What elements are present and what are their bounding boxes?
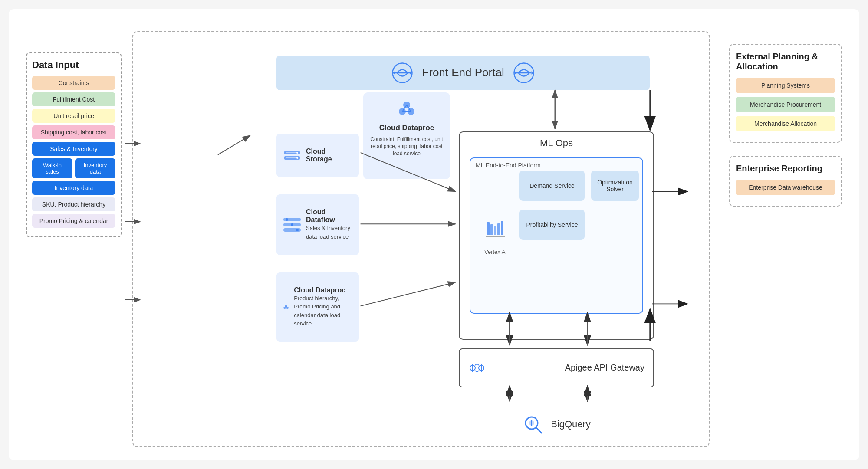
cloud-dataproc-bottom-text: Cloud Dataproc Product hierarchy, Promo … [294,286,353,328]
sync-icon-left [391,62,413,84]
cloud-storage-icon [283,146,302,165]
demand-service-label: Demand Service [529,182,575,189]
svg-line-50 [361,282,456,306]
cloud-storage-label: Cloud Storage [306,148,353,163]
cloud-dataproc-top-box: Cloud Dataproc Constraint, Fulfillment c… [363,92,450,179]
cloud-dataflow-text: Cloud Dataflow Sales & Inventory data lo… [306,208,353,240]
cloud-dataproc-top-desc: Constraint, Fulfillment cost, unit retai… [369,136,444,157]
svg-rect-36 [501,221,503,235]
profit-service-label: Profitability Service [526,221,578,228]
apigee-box: Apigee API Gateway [459,348,654,387]
merchandise-allocation-item: Merchandise Allocation [736,116,835,131]
svg-line-43 [536,427,542,433]
main-container: Data Input Constraints Fulfillment Cost … [9,9,859,460]
input-fulfillment: Fulfillment Cost [32,92,115,106]
external-planning-title: External Planning & Allocation [736,52,835,72]
profit-service-box: Profitability Service [519,210,585,240]
svg-point-13 [296,157,298,159]
apigee-icon [468,359,486,377]
cloud-dataflow-icon [283,215,302,234]
cloud-dataproc-bottom-label: Cloud Dataproc [294,286,345,294]
cloud-dataproc-bottom-box: Cloud Dataproc Product hierarchy, Promo … [276,272,359,342]
input-inventory-data: Inventory data [32,181,115,195]
front-end-portal-label: Front End Portal [422,66,504,79]
vertex-ai-label: Vertex AI [484,249,507,255]
ml-ops-title: ML Ops [460,132,653,154]
opt-solver-box: Optimizati on Solver [591,171,639,201]
svg-point-24 [291,223,293,226]
input-unit-retail: Unit retail price [32,109,115,123]
vertex-ai-icon [485,220,506,246]
svg-point-12 [296,152,298,154]
apigee-label: Apigee API Gateway [565,363,644,373]
cloud-dataflow-label: Cloud Dataflow [306,208,335,223]
demand-service-box: Demand Service [519,171,585,201]
input-constraints: Constraints [32,76,115,90]
ml-e2e-title: ML End-to-End Platform [470,158,642,172]
svg-rect-35 [497,223,500,235]
cloud-dataproc-icon [396,98,418,120]
input-inventory-data-row: Inventory data [75,158,115,178]
enterprise-reporting-group: Enterprise Reporting Enterprise Data war… [729,156,842,207]
cloud-dataflow-box: Cloud Dataflow Sales & Inventory data lo… [276,194,359,255]
svg-line-47 [218,135,250,155]
cloud-dataflow-desc: Sales & Inventory data load service [306,225,350,239]
external-planning-group: External Planning & Allocation Planning … [729,44,842,143]
cloud-dataproc-top-label: Cloud Dataproc [379,124,434,132]
bigquery-icon [522,413,544,435]
svg-rect-33 [490,224,493,235]
svg-point-25 [296,229,299,231]
front-end-portal: Front End Portal [276,56,650,90]
cloud-storage-box: Cloud Storage [276,134,359,177]
input-row-walkin: Walk-in sales Inventory data [32,158,115,178]
planning-systems-item: Planning Systems [736,78,835,93]
enterprise-data-warehouse-item: Enterprise Data warehouse [736,180,835,195]
input-walkin: Walk-in sales [32,158,72,178]
bigquery-box: BigQuery [459,405,654,444]
svg-rect-34 [494,226,496,235]
bigquery-label: BigQuery [551,419,591,430]
merchandise-procurement-item: Merchandise Procurement [736,97,835,112]
diagram-wrapper: Data Input Constraints Fulfillment Cost … [22,18,846,452]
svg-rect-32 [487,222,490,235]
data-input-box: Data Input Constraints Fulfillment Cost … [26,52,122,237]
input-sku: SKU, Product hierarchy [32,197,115,211]
cloud-dataproc-bottom-icon [283,298,289,317]
input-shipping: Shipping cost, labor cost [32,125,115,139]
data-input-title: Data Input [32,59,115,71]
main-dashed-box: Front End Portal [132,31,710,447]
svg-point-23 [286,218,288,221]
vertex-ai-box: Vertex AI [474,175,517,301]
right-section: External Planning & Allocation Planning … [729,44,842,220]
input-sales-inventory: Sales & Inventory [32,142,115,156]
enterprise-reporting-title: Enterprise Reporting [736,164,835,174]
input-promo: Promo Pricing & calendar [32,214,115,228]
opt-solver-label: Optimizati on Solver [591,179,639,193]
sync-icon-right [513,62,535,84]
cloud-dataproc-bottom-desc: Product hierarchy, Promo Pricing and cal… [294,295,340,327]
svg-point-26 [285,305,287,307]
